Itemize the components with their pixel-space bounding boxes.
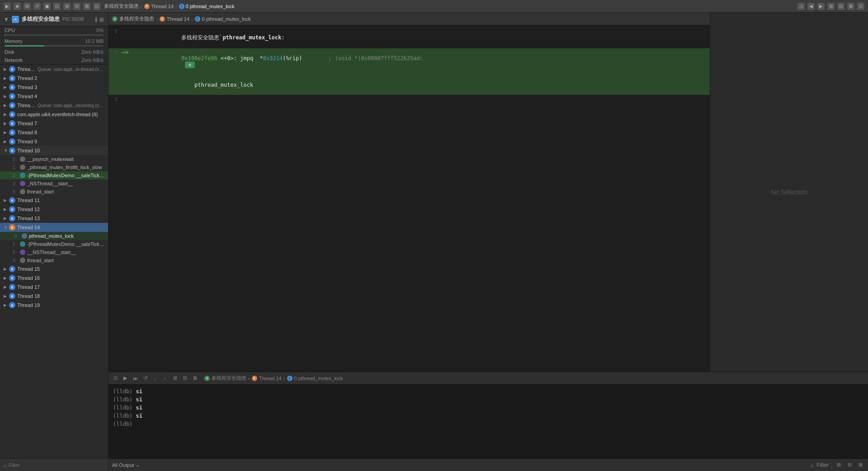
process-stop-icon[interactable]: ⊗ [99, 16, 104, 23]
thread-row-14[interactable]: ▼ 8 Thread 14 [0, 223, 108, 232]
toolbar-icon-7[interactable]: ⊞ [63, 3, 71, 10]
network-value: Zero KB/s [81, 57, 104, 63]
console-bottom-icon-2[interactable]: ⊟ [845, 461, 854, 469]
console-divider [831, 462, 832, 468]
thread-14-arrow: ▼ [4, 225, 9, 230]
toolbar-icon-9[interactable]: ⊠ [83, 3, 90, 10]
thread-row-15[interactable]: ▶ 8 Thread 15 [0, 264, 108, 273]
layout-icon-3[interactable]: ⊠ [847, 3, 854, 10]
toolbar-icon-5[interactable]: ◼ [43, 3, 51, 10]
thread-10-frame-2[interactable]: 2 👤 -[PthreadMutexDemo __saleTicket] [0, 171, 108, 179]
thread-14-frame-0[interactable]: 0 👤 pthread_mutex_lock [0, 232, 108, 240]
console-icon-6[interactable]: ↑ [161, 374, 169, 382]
console-line-2: (lldb) si [113, 396, 863, 404]
network-label: Network [5, 57, 23, 63]
thread-row-1[interactable]: ▶ 8 Thread 1 Queue: com.appl...in-thread… [0, 65, 108, 74]
process-info-icon[interactable]: ℹ [95, 16, 97, 23]
console-frame-icon: 👤 [287, 376, 292, 381]
process-name: 多线程安全隐患 [22, 15, 60, 23]
console-icon-4[interactable]: ↺ [141, 374, 149, 382]
console-icon-8[interactable]: ⊟ [181, 374, 189, 382]
console-icon-9[interactable]: ⊠ [191, 374, 199, 382]
console-icon-5[interactable]: ↓ [151, 374, 159, 382]
thread-row-19[interactable]: ▶ 8 Thread 19 [0, 301, 108, 310]
top-right-icons: ⚠ ◀ ▶ ⊞ ⊟ ⊠ ⊡ [797, 3, 864, 10]
thread-row-10[interactable]: ▼ 8 Thread 10 [0, 146, 108, 155]
thread-10-arrow: ▼ [4, 148, 9, 153]
code-line-2b: pthread_mutex_lock [108, 75, 710, 95]
thread-row-13[interactable]: ▶ 8 Thread 13 [0, 214, 108, 223]
thread-8-icon: 8 [9, 129, 15, 136]
thread-8-arrow: ▶ [4, 130, 9, 135]
console-icon-3[interactable]: ⏭ [131, 374, 139, 382]
console-breadcrumb-frame: 0 pthread_mutex_lock [294, 376, 343, 381]
thread-10-frame-1[interactable]: 1 _pthread_mutex_firstfit_lock_slow [0, 163, 108, 171]
layout-icon-1[interactable]: ⊞ [827, 3, 835, 10]
toolbar-icon-4[interactable]: ↺ [33, 3, 41, 10]
thread-13-icon: 8 [9, 215, 15, 221]
thread-12-arrow: ▶ [4, 207, 9, 212]
toolbar-icon-1[interactable]: ▶ [4, 3, 11, 10]
thread-10-frame-0[interactable]: 0 __psynch_mutexwait [0, 155, 108, 163]
thread-row-3[interactable]: ▶ 8 Thread 3 [0, 83, 108, 92]
thread-row-12[interactable]: ▶ 8 Thread 12 [0, 205, 108, 214]
console-breadcrumb-project: 多线程安全隐患 [212, 375, 246, 382]
jump-button[interactable]: ≡ [185, 61, 195, 68]
breadcrumb-thread[interactable]: Thread 14 [151, 4, 174, 9]
nav-back-icon[interactable]: ◀ [807, 3, 815, 10]
thread-row-16[interactable]: ▶ 8 Thread 16 [0, 273, 108, 283]
thread-14-frame-1[interactable]: 1 👤 -[PthreadMutexDemo __saleTicket] [0, 240, 108, 248]
thread-row-9[interactable]: ▶ 8 Thread 9 [0, 137, 108, 146]
sidebar-filter-input[interactable] [9, 462, 104, 468]
all-output-label[interactable]: All Output ⌄ [112, 462, 140, 468]
console-icon-2[interactable]: ▶ [121, 374, 129, 382]
toolbar-icon-8[interactable]: ⊟ [73, 3, 80, 10]
thread-row-4[interactable]: ▶ 8 Thread 4 [0, 92, 108, 101]
thread-row-6[interactable]: ▶ 8 com.apple.uikit.eventfetch-thread (6… [0, 110, 108, 119]
memory-value: 10.2 MB [85, 38, 104, 44]
thread-16-arrow: ▶ [4, 276, 9, 280]
thread-17-label: Thread 17 [17, 284, 40, 290]
toolbar-icon-10[interactable]: ⊡ [93, 3, 100, 10]
expand-process-arrow[interactable]: ▼ [4, 16, 9, 23]
sidebar-filter: ⌕ [0, 458, 108, 471]
memory-metric-row: Memory 10.2 MB [0, 37, 108, 45]
thread-1-arrow: ▶ [4, 67, 9, 71]
thread-2-label: Thread 2 [17, 75, 37, 81]
thread-row-11[interactable]: ▶ 8 Thread 11 [0, 196, 108, 205]
console-line-4: (lldb) si [113, 412, 863, 420]
thread-19-label: Thread 19 [17, 302, 40, 308]
thread-row-2[interactable]: ▶ 8 Thread 2 [0, 74, 108, 83]
thread-row-17[interactable]: ▶ 8 Thread 17 [0, 283, 108, 292]
thread-1-label: Thread 1 [17, 66, 36, 72]
console-icon-7[interactable]: ⊞ [171, 374, 179, 382]
code-header-project-icon: A [112, 16, 118, 22]
breadcrumb-project[interactable]: 多线程安全隐患 [104, 3, 139, 9]
console-icon-1[interactable]: ⊡ [111, 374, 119, 382]
thread-15-arrow: ▶ [4, 267, 9, 271]
frame-10-2-icon: 👤 [20, 173, 25, 178]
layout-icon-2[interactable]: ⊟ [837, 3, 844, 10]
breadcrumb-frame[interactable]: 0 pthread_mutex_lock [186, 4, 235, 9]
disk-metric-row: Disk Zero KB/s [0, 48, 108, 56]
toolbar-icon-2[interactable]: ■ [14, 3, 21, 10]
thread-7-arrow: ▶ [4, 121, 9, 126]
process-icon: A [12, 16, 19, 23]
toolbar-icon-3[interactable]: ⊞ [24, 3, 31, 10]
console-bottom-icon-3[interactable]: ⊠ [856, 461, 864, 469]
warning-icon[interactable]: ⚠ [797, 3, 805, 10]
layout-icon-4[interactable]: ⊡ [857, 3, 864, 10]
frame-10-0-icon [20, 156, 25, 162]
code-breadcrumb-frame: 0 pthread_mutex_lock [202, 16, 251, 22]
thread-10-frame-3[interactable]: 3 _NSThread__start__ [0, 179, 108, 188]
toolbar-icon-6[interactable]: ⊡ [53, 3, 61, 10]
thread-10-frame-4[interactable]: 6 thread_start [0, 188, 108, 196]
console-bottom-icon-1[interactable]: ⊞ [835, 461, 843, 469]
thread-row-5[interactable]: ▶ 8 Thread 5 Queue: com.appl...incoming … [0, 101, 108, 110]
thread-14-frame-3[interactable]: 4 thread_start [0, 256, 108, 264]
thread-row-7[interactable]: ▶ 8 Thread 7 [0, 119, 108, 128]
nav-forward-icon[interactable]: ▶ [817, 3, 825, 10]
thread-row-8[interactable]: ▶ 8 Thread 8 [0, 128, 108, 137]
thread-row-18[interactable]: ▶ 8 Thread 18 [0, 292, 108, 301]
thread-14-frame-2[interactable]: 2 __NSThread__start__ [0, 248, 108, 256]
